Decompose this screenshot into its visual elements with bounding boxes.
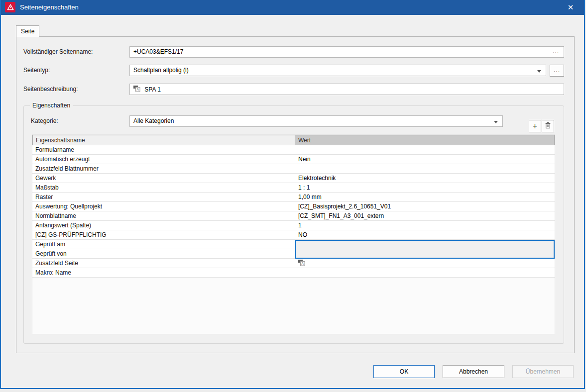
property-value-cell[interactable]: NO xyxy=(295,230,555,240)
close-icon[interactable]: ✕ xyxy=(561,0,580,15)
category-value: Alle Kategorien xyxy=(133,117,174,124)
svg-text:A: A xyxy=(301,262,304,265)
page-type-browse-button[interactable]: ... xyxy=(550,65,564,77)
property-name-cell[interactable]: Geprüft am xyxy=(32,240,295,249)
titlebar[interactable]: Seiteneigenschaften ✕ xyxy=(1,0,584,15)
property-value-cell[interactable] xyxy=(295,268,555,278)
page-name-field[interactable]: +UCA03&EFS1/17 ... xyxy=(129,46,564,58)
column-header-wert[interactable]: Wert xyxy=(295,135,555,145)
property-name-cell[interactable]: [CZ] GS-PRÜFPFLICHTIG xyxy=(32,230,295,240)
property-name-cell[interactable]: Raster xyxy=(32,193,295,202)
property-name-cell[interactable]: Maßstab xyxy=(32,183,295,193)
table-row[interactable]: Normblattname [CZ_SMT]_FN1_A3_001_extern xyxy=(32,211,555,221)
delete-property-button[interactable] xyxy=(542,120,554,132)
table-row[interactable]: Anfangswert (Spalte) 1 xyxy=(32,221,555,230)
page-type-label: Seitentyp: xyxy=(23,65,50,76)
table-row[interactable]: Maßstab 1 : 1 xyxy=(32,183,555,193)
chevron-down-icon[interactable] xyxy=(494,121,498,123)
property-name-cell[interactable]: Anfangswert (Spalte) xyxy=(32,221,295,230)
column-header-eigenschaftsname[interactable]: Eigenschaftsname xyxy=(32,135,295,145)
multilanguage-text-icon: A xyxy=(133,85,140,96)
property-name-cell[interactable]: Zusatzfeld Seite xyxy=(32,259,295,268)
property-name-cell[interactable]: Gewerk xyxy=(32,174,295,183)
table-row[interactable]: Gewerk Elektrotechnik xyxy=(32,174,555,183)
page-properties-dialog: Seiteneigenschaften ✕ Seite Vollständige… xyxy=(0,0,585,389)
property-value-cell[interactable]: 1 : 1 xyxy=(295,183,555,193)
multilanguage-text-icon: A xyxy=(298,260,305,268)
apply-button: Übernehmen xyxy=(512,365,574,378)
page-description-label: Seitenbeschreibung: xyxy=(23,84,78,95)
ok-button[interactable]: OK xyxy=(373,365,435,378)
property-name-cell[interactable]: Zusatzfeld Blattnummer xyxy=(32,164,295,174)
screen: Seiteneigenschaften ✕ Seite Vollständige… xyxy=(0,0,586,392)
table-row[interactable]: Geprüft am xyxy=(32,240,555,249)
property-value-cell[interactable]: 1 xyxy=(295,221,555,230)
property-value-cell[interactable]: 1,00 mm xyxy=(295,193,555,202)
property-value-cell[interactable] xyxy=(295,164,555,174)
page-type-value: Schaltplan allpolig (l) xyxy=(133,67,189,74)
svg-text:A: A xyxy=(136,88,139,91)
page-name-browse-button[interactable]: ... xyxy=(553,47,559,56)
property-name-cell[interactable]: Auswertung: Quellprojekt xyxy=(32,202,295,211)
background-app-strip xyxy=(0,389,586,392)
chevron-down-icon[interactable] xyxy=(537,70,541,73)
property-value-cell[interactable]: Nein xyxy=(295,155,555,164)
property-value-cell[interactable]: A xyxy=(295,259,555,268)
category-label: Kategorie: xyxy=(31,115,58,127)
property-value-cell[interactable]: Elektrotechnik xyxy=(295,174,555,183)
page-name-label: Vollständiger Seitenname: xyxy=(23,46,93,58)
tab-seite[interactable]: Seite xyxy=(16,25,39,37)
property-value-cell[interactable] xyxy=(295,240,555,249)
eplan-logo-icon xyxy=(5,2,15,12)
category-combobox[interactable]: Alle Kategorien xyxy=(129,115,503,127)
property-name-cell[interactable]: Automatisch erzeugt xyxy=(32,155,295,164)
property-name-cell[interactable]: Normblattname xyxy=(32,211,295,221)
property-value-cell[interactable] xyxy=(295,249,555,259)
property-table-body: Formularname Automatisch erzeugt Nein Zu… xyxy=(32,145,555,278)
page-name-value: +UCA03&EFS1/17 xyxy=(133,48,183,55)
plus-icon: + xyxy=(533,122,537,131)
property-name-cell[interactable]: Formularname xyxy=(32,145,295,155)
property-name-cell[interactable]: Makro: Name xyxy=(32,268,295,278)
trash-icon xyxy=(545,122,551,131)
property-value-cell[interactable]: [CZ]_Basisprojekt_2.6_10651_V01 xyxy=(295,202,555,211)
window-title: Seiteneigenschaften xyxy=(20,0,79,15)
property-value-cell[interactable] xyxy=(295,145,555,155)
table-row[interactable]: Auswertung: Quellprojekt [CZ]_Basisproje… xyxy=(32,202,555,211)
add-property-button[interactable]: + xyxy=(529,120,541,132)
table-row[interactable]: Raster 1,00 mm xyxy=(32,193,555,202)
table-row[interactable]: Formularname xyxy=(32,145,555,155)
table-row[interactable]: Zusatzfeld Seite A xyxy=(32,259,555,268)
table-row[interactable]: Zusatzfeld Blattnummer xyxy=(32,164,555,174)
page-type-combobox[interactable]: Schaltplan allpolig (l) xyxy=(129,65,546,76)
property-value-cell[interactable]: [CZ_SMT]_FN1_A3_001_extern xyxy=(295,211,555,221)
page-description-value: SPA 1 xyxy=(144,86,160,93)
table-row[interactable]: Automatisch erzeugt Nein xyxy=(32,155,555,164)
properties-group-label: Eigenschaften xyxy=(30,102,73,109)
table-row[interactable]: Geprüft von xyxy=(32,249,555,259)
table-row[interactable]: [CZ] GS-PRÜFPFLICHTIG NO xyxy=(32,230,555,240)
property-table: Eigenschaftsname Wert Formularname Autom… xyxy=(32,134,555,334)
cancel-button[interactable]: Abbrechen xyxy=(443,365,504,378)
property-table-header: Eigenschaftsname Wert xyxy=(32,135,555,145)
table-row[interactable]: Makro: Name xyxy=(32,268,555,278)
property-name-cell[interactable]: Geprüft von xyxy=(32,249,295,259)
page-description-field[interactable]: A SPA 1 xyxy=(129,84,564,95)
